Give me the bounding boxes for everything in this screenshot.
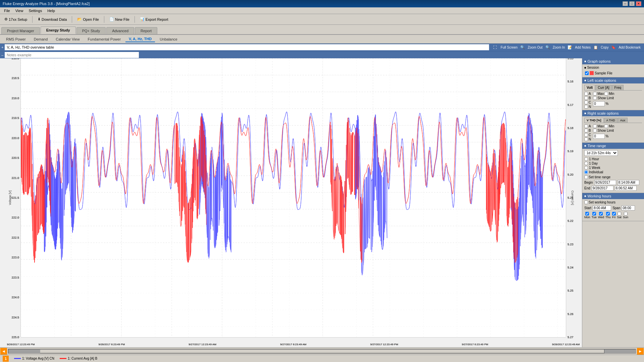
right-min-checkbox[interactable] (604, 124, 608, 128)
working-hours-start-input[interactable] (593, 205, 611, 210)
scrollbar-thumb[interactable] (40, 349, 604, 353)
new-file-button[interactable]: 📄 New File (106, 15, 132, 24)
left-scale-header[interactable]: ■ Left scale options (582, 77, 644, 83)
restore-button[interactable]: □ (629, 1, 635, 6)
y-left-label: 218.0 (11, 58, 19, 60)
thu-checkbox[interactable] (606, 212, 610, 216)
left-min-checkbox[interactable] (604, 92, 608, 96)
right-b-checkbox[interactable] (584, 129, 588, 132)
tab-advanced[interactable]: Advanced (106, 27, 134, 34)
time-range-dropdown[interactable]: 1d 21h 52m 44s (584, 150, 618, 156)
tab-energy-study[interactable]: Energy Study (41, 26, 76, 34)
radio-1hour-input[interactable] (584, 157, 588, 161)
graph-options-content: ■ Session Sample File (582, 64, 644, 77)
working-hours-header[interactable]: ■ Working hours (582, 193, 644, 199)
export-button[interactable]: 📊 Export Report (137, 15, 171, 24)
radio-1day-input[interactable] (584, 162, 588, 165)
menu-settings[interactable]: Settings (26, 8, 45, 13)
set-working-hours-checkbox[interactable] (584, 200, 588, 204)
subtab-fundamental-power[interactable]: Fundamental Power (85, 37, 124, 42)
collapse-icon[interactable]: – (1, 53, 3, 57)
tab-pq-study[interactable]: PQ+ Study (76, 27, 106, 34)
left-c-checkbox[interactable] (584, 101, 588, 104)
add-bookmark-button[interactable]: Add Bookmark (616, 45, 643, 50)
menu-help[interactable]: Help (45, 8, 58, 13)
scroll-left-button[interactable]: ◄ (0, 348, 7, 355)
setup-button[interactable]: ⚙ 17xx Setup (1, 15, 30, 24)
new-file-icon: 📄 (109, 17, 114, 21)
time-range-icon: ■ (584, 144, 586, 147)
y-right-label: 5.16 (568, 80, 574, 83)
sample-file-label: Sample File (595, 71, 612, 75)
time-range-header[interactable]: ■ Time range (582, 143, 644, 149)
left-scale-tab-curr[interactable]: Curr [A] (595, 85, 611, 90)
tab-report[interactable]: Report (135, 27, 157, 34)
menu-view[interactable]: View (13, 8, 26, 13)
left-scale-tab-volt[interactable]: Volt (584, 85, 595, 90)
set-time-range-checkbox[interactable] (584, 175, 588, 179)
end-date-input[interactable] (592, 186, 613, 191)
end-time-input[interactable] (615, 186, 637, 191)
expand-icon[interactable]: + (1, 45, 3, 49)
tue-checkbox[interactable] (592, 212, 596, 216)
thu-label: Thu (605, 216, 611, 219)
scroll-right-button[interactable]: ► (637, 348, 644, 355)
right-a-checkbox[interactable] (584, 124, 588, 128)
minimize-button[interactable]: ─ (623, 1, 628, 6)
download-button[interactable]: ⬇ Download Data (35, 15, 70, 24)
x-label: 9/27/2017 12:23:49 PM (370, 343, 398, 346)
right-scale-tab-aux[interactable]: Aux (618, 118, 628, 123)
right-scale-header[interactable]: ■ Right scale options (582, 110, 644, 116)
left-scale-value[interactable] (593, 101, 605, 106)
begin-date-input[interactable] (594, 180, 616, 185)
left-max-checkbox[interactable] (593, 92, 597, 96)
close-button[interactable]: ✕ (636, 1, 641, 6)
left-scale-tab-freq[interactable]: Freq (612, 85, 624, 90)
add-notes-button[interactable]: Add Notes (573, 45, 593, 50)
left-show-limit-checkbox[interactable] (593, 96, 597, 100)
right-n-checkbox[interactable] (584, 137, 588, 141)
working-hours-span-input[interactable] (622, 205, 635, 210)
chart-plot[interactable] (21, 58, 566, 337)
subtab-calendar-view[interactable]: Calendar View (52, 37, 83, 42)
radio-1week-input[interactable] (584, 166, 588, 170)
right-c-checkbox[interactable] (584, 133, 588, 137)
right-scale-value[interactable] (593, 134, 605, 139)
fri-checkbox[interactable] (612, 212, 616, 216)
right-scale-tab-athd[interactable]: A THD (604, 118, 618, 123)
open-button[interactable]: 📂 Open File (74, 15, 102, 24)
right-scale-tab-vthd[interactable]: V THD [%] (584, 118, 604, 123)
begin-time-input[interactable] (618, 180, 639, 185)
wed-checkbox[interactable] (599, 212, 603, 216)
subtab-demand[interactable]: Demand (31, 37, 51, 42)
graph-options-header[interactable]: ■ Graph options (582, 58, 644, 64)
left-n-checkbox[interactable] (584, 105, 588, 109)
days-checkboxes: Mon Tue Wed Thu (584, 212, 642, 219)
left-a-checkbox[interactable] (584, 92, 588, 96)
zoom-out-button[interactable]: Zoom Out (526, 45, 544, 50)
scrollbar-track[interactable] (8, 349, 636, 354)
fullscreen-button[interactable]: Full Screen (499, 45, 520, 50)
copy-button[interactable]: Copy (599, 45, 610, 50)
subtab-unbalance[interactable]: Unbalance (156, 37, 181, 42)
toolbar-sep-3 (104, 16, 104, 23)
sample-file-checkbox[interactable] (585, 71, 589, 75)
radio-individual-input[interactable] (584, 170, 588, 174)
right-show-limit-checkbox[interactable] (593, 129, 597, 132)
chart-title-input[interactable]: V, A, Hz, THD overview table (5, 44, 489, 50)
tab-project-manager[interactable]: Project Manager (1, 27, 40, 34)
subtab-rms-power[interactable]: RMS Power (3, 37, 29, 42)
session-label: Session (587, 66, 599, 69)
left-b-checkbox[interactable] (584, 96, 588, 100)
max-min-controls: MaxMin Show Limit % (593, 92, 614, 109)
subtab-v-a-hz-thd[interactable]: V, A, Hz, THD (125, 36, 155, 42)
sat-checkbox[interactable] (618, 212, 621, 216)
legend-nav-left[interactable]: 1 (3, 356, 9, 362)
mon-checkbox[interactable] (585, 212, 589, 216)
menu-file[interactable]: File (1, 8, 13, 13)
y-right-label: 5.17 (568, 103, 574, 107)
zoom-in-button[interactable]: Zoom In (551, 45, 567, 50)
notes-input[interactable] (5, 52, 139, 58)
sun-checkbox[interactable] (624, 212, 628, 216)
right-max-checkbox[interactable] (593, 124, 597, 128)
